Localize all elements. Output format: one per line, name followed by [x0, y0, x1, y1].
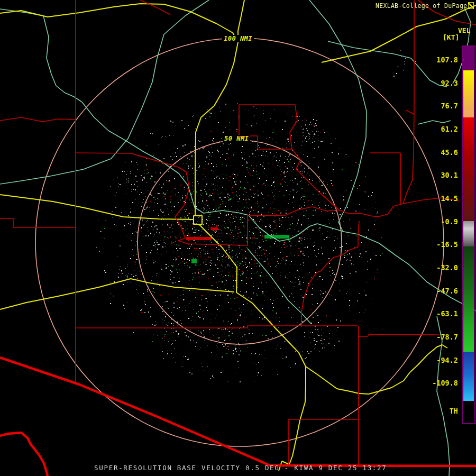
road-line	[0, 4, 238, 215]
county-line	[0, 117, 76, 122]
slashed-box-icon	[468, 2, 474, 9]
river-line	[0, 9, 476, 311]
colorbar-units: [KT]	[443, 33, 459, 41]
colorbar-segment	[463, 117, 474, 221]
road-line	[0, 279, 234, 309]
county-line	[233, 105, 297, 149]
river-line	[328, 41, 447, 87]
range-ring-label-50nmi: 50 NMI	[223, 135, 250, 142]
county-line	[0, 218, 76, 227]
colorbar-tick-label: TH	[450, 407, 458, 415]
colorbar-segment	[463, 47, 474, 70]
colorbar-tick-label: -32.0	[436, 263, 458, 272]
river-line	[0, 0, 209, 184]
range-ring-100-nmi	[35, 38, 444, 446]
county-line	[359, 334, 439, 336]
road-line	[306, 345, 447, 394]
county-line	[76, 326, 358, 328]
colorbar-tick-label: -94.2	[436, 356, 458, 364]
county-line	[301, 221, 359, 327]
radar-display: 107.892.376.761.245.630.114.5-0.9-16.5-3…	[0, 0, 476, 476]
product-caption: SUPER-RESOLUTION BASE VELOCITY 0.5 DEG -…	[94, 464, 387, 472]
colorbar-segment	[463, 246, 474, 352]
colorbar-segment	[463, 221, 474, 246]
road-line	[199, 224, 306, 471]
county-line	[175, 167, 459, 245]
title-text: NEXLAB-College of DuPage	[376, 2, 467, 10]
colorbar-tick-label: -47.6	[436, 287, 458, 295]
colorbar-segment	[463, 401, 474, 423]
range-ring-label-100nmi: 100 NMI	[222, 35, 254, 42]
county-line	[140, 0, 170, 15]
colorbar-tick-label: -78.7	[436, 333, 458, 341]
colorbar-tick-label: 107.8	[436, 56, 458, 64]
county-line	[406, 110, 414, 114]
colorbar-tick-label: 76.7	[441, 102, 458, 110]
river-line	[309, 0, 367, 231]
colorbar-tick-label: -0.9	[441, 217, 458, 226]
state-border-line	[0, 433, 48, 476]
colorbar-tick-label: 92.3	[441, 79, 458, 87]
colorbar-tick-label: 45.6	[441, 148, 458, 157]
colorbar-segment	[463, 352, 474, 401]
colorbar-title: VEL	[458, 26, 470, 34]
colorbar-segment	[463, 70, 474, 117]
range-ring-50-nmi	[138, 140, 342, 344]
colorbar-tick-label: 14.5	[441, 194, 458, 203]
river-line	[418, 121, 451, 124]
colorbar-tick-label: -109.8	[432, 379, 458, 387]
colorbar-tick-label: -63.1	[436, 309, 458, 318]
county-line	[292, 149, 339, 210]
colorbar-tick-label: 30.1	[441, 171, 458, 179]
county-line	[76, 153, 178, 167]
page-title: NEXLAB-College of DuPage	[376, 2, 474, 10]
colorbar-tick-label: -16.5	[436, 240, 458, 249]
road-line	[194, 216, 202, 224]
state-border-line	[0, 358, 476, 466]
radar-map: 107.892.376.761.245.630.114.5-0.9-16.5-3…	[0, 0, 476, 476]
colorbar-tick-label: 61.2	[441, 125, 458, 133]
road-line	[0, 195, 194, 219]
